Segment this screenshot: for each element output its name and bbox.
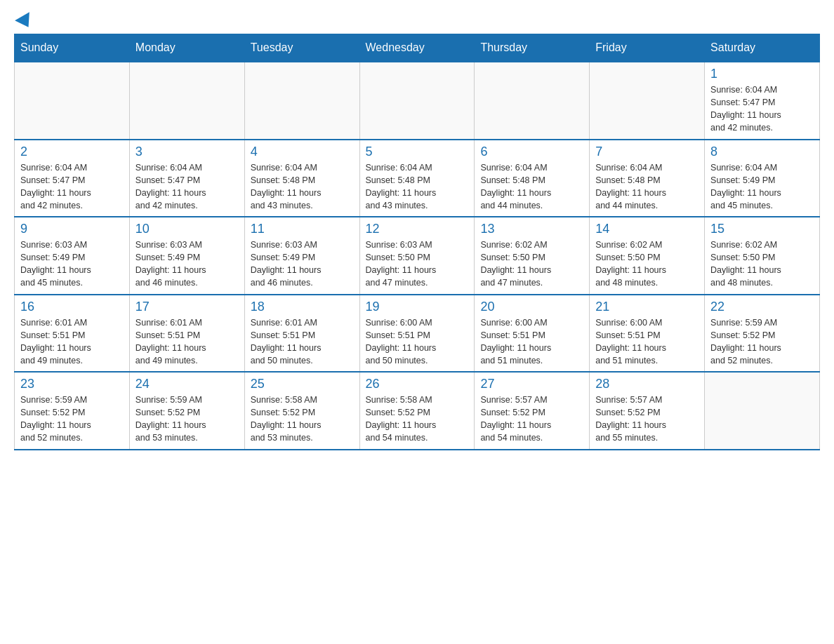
day-of-week-header: Wednesday	[359, 34, 475, 62]
calendar-day-cell: 25Sunrise: 5:58 AM Sunset: 5:52 PM Dayli…	[244, 372, 359, 450]
day-number: 26	[366, 377, 469, 391]
day-number: 20	[480, 300, 583, 314]
day-info: Sunrise: 6:04 AM Sunset: 5:48 PM Dayligh…	[366, 161, 469, 213]
calendar-day-cell	[475, 62, 590, 140]
logo	[14, 14, 34, 27]
day-info: Sunrise: 5:59 AM Sunset: 5:52 PM Dayligh…	[135, 394, 239, 445]
calendar-day-cell	[705, 372, 820, 450]
calendar-day-cell: 18Sunrise: 6:01 AM Sunset: 5:51 PM Dayli…	[244, 295, 359, 373]
calendar-day-cell: 10Sunrise: 6:03 AM Sunset: 5:49 PM Dayli…	[129, 217, 244, 295]
day-of-week-header: Monday	[129, 34, 244, 62]
calendar-day-cell	[244, 62, 359, 140]
day-number: 15	[710, 222, 814, 236]
calendar-day-cell	[359, 62, 475, 140]
calendar-week-row: 2Sunrise: 6:04 AM Sunset: 5:47 PM Daylig…	[15, 140, 820, 217]
calendar-day-cell	[590, 62, 705, 140]
calendar-day-cell: 17Sunrise: 6:01 AM Sunset: 5:51 PM Dayli…	[129, 295, 244, 373]
day-of-week-header: Tuesday	[244, 34, 359, 62]
day-number: 11	[251, 222, 354, 236]
calendar-day-cell: 27Sunrise: 5:57 AM Sunset: 5:52 PM Dayli…	[475, 372, 590, 450]
day-info: Sunrise: 6:03 AM Sunset: 5:49 PM Dayligh…	[251, 239, 354, 290]
calendar-day-cell: 20Sunrise: 6:00 AM Sunset: 5:51 PM Dayli…	[475, 295, 590, 373]
calendar-week-row: 1Sunrise: 6:04 AM Sunset: 5:47 PM Daylig…	[15, 62, 820, 140]
calendar-day-cell: 2Sunrise: 6:04 AM Sunset: 5:47 PM Daylig…	[15, 140, 130, 217]
day-number: 9	[20, 222, 124, 236]
day-info: Sunrise: 6:00 AM Sunset: 5:51 PM Dayligh…	[595, 316, 699, 368]
day-info: Sunrise: 5:59 AM Sunset: 5:52 PM Dayligh…	[710, 316, 814, 368]
day-number: 25	[251, 377, 354, 391]
calendar-day-cell: 19Sunrise: 6:00 AM Sunset: 5:51 PM Dayli…	[359, 295, 475, 373]
calendar-day-cell: 12Sunrise: 6:03 AM Sunset: 5:50 PM Dayli…	[359, 217, 475, 295]
logo-triangle-icon	[15, 12, 36, 32]
page-header	[14, 14, 820, 27]
calendar-week-row: 23Sunrise: 5:59 AM Sunset: 5:52 PM Dayli…	[15, 372, 820, 450]
day-of-week-header: Thursday	[475, 34, 590, 62]
calendar-day-cell: 15Sunrise: 6:02 AM Sunset: 5:50 PM Dayli…	[705, 217, 820, 295]
calendar-week-row: 9Sunrise: 6:03 AM Sunset: 5:49 PM Daylig…	[15, 217, 820, 295]
day-number: 19	[366, 300, 469, 314]
calendar-day-cell	[129, 62, 244, 140]
day-info: Sunrise: 6:00 AM Sunset: 5:51 PM Dayligh…	[480, 316, 583, 368]
day-info: Sunrise: 6:04 AM Sunset: 5:48 PM Dayligh…	[251, 161, 354, 213]
day-info: Sunrise: 5:58 AM Sunset: 5:52 PM Dayligh…	[366, 394, 469, 445]
day-info: Sunrise: 6:01 AM Sunset: 5:51 PM Dayligh…	[251, 316, 354, 368]
day-info: Sunrise: 6:02 AM Sunset: 5:50 PM Dayligh…	[480, 239, 583, 290]
calendar-day-cell: 4Sunrise: 6:04 AM Sunset: 5:48 PM Daylig…	[244, 140, 359, 217]
calendar-day-cell: 24Sunrise: 5:59 AM Sunset: 5:52 PM Dayli…	[129, 372, 244, 450]
calendar-week-row: 16Sunrise: 6:01 AM Sunset: 5:51 PM Dayli…	[15, 295, 820, 373]
day-info: Sunrise: 6:04 AM Sunset: 5:47 PM Dayligh…	[710, 83, 814, 135]
day-number: 2	[20, 145, 124, 159]
day-number: 10	[135, 222, 239, 236]
day-info: Sunrise: 5:58 AM Sunset: 5:52 PM Dayligh…	[251, 394, 354, 445]
calendar-day-cell: 21Sunrise: 6:00 AM Sunset: 5:51 PM Dayli…	[590, 295, 705, 373]
day-number: 1	[710, 67, 814, 81]
calendar-header-row: SundayMondayTuesdayWednesdayThursdayFrid…	[15, 34, 820, 62]
day-info: Sunrise: 5:59 AM Sunset: 5:52 PM Dayligh…	[20, 394, 124, 445]
calendar-day-cell: 13Sunrise: 6:02 AM Sunset: 5:50 PM Dayli…	[475, 217, 590, 295]
day-number: 6	[480, 145, 583, 159]
day-info: Sunrise: 6:04 AM Sunset: 5:49 PM Dayligh…	[710, 161, 814, 213]
day-number: 23	[20, 377, 124, 391]
day-info: Sunrise: 6:04 AM Sunset: 5:48 PM Dayligh…	[480, 161, 583, 213]
day-number: 5	[366, 145, 469, 159]
day-info: Sunrise: 6:02 AM Sunset: 5:50 PM Dayligh…	[710, 239, 814, 290]
day-info: Sunrise: 5:57 AM Sunset: 5:52 PM Dayligh…	[595, 394, 699, 445]
day-info: Sunrise: 6:01 AM Sunset: 5:51 PM Dayligh…	[135, 316, 239, 368]
day-info: Sunrise: 6:03 AM Sunset: 5:49 PM Dayligh…	[20, 239, 124, 290]
day-of-week-header: Saturday	[705, 34, 820, 62]
calendar-day-cell: 9Sunrise: 6:03 AM Sunset: 5:49 PM Daylig…	[15, 217, 130, 295]
day-info: Sunrise: 6:04 AM Sunset: 5:47 PM Dayligh…	[135, 161, 239, 213]
calendar-day-cell: 28Sunrise: 5:57 AM Sunset: 5:52 PM Dayli…	[590, 372, 705, 450]
calendar-day-cell: 1Sunrise: 6:04 AM Sunset: 5:47 PM Daylig…	[705, 62, 820, 140]
calendar-day-cell: 7Sunrise: 6:04 AM Sunset: 5:48 PM Daylig…	[590, 140, 705, 217]
day-number: 3	[135, 145, 239, 159]
day-number: 28	[595, 377, 699, 391]
day-info: Sunrise: 6:03 AM Sunset: 5:49 PM Dayligh…	[135, 239, 239, 290]
calendar-day-cell: 23Sunrise: 5:59 AM Sunset: 5:52 PM Dayli…	[15, 372, 130, 450]
calendar-day-cell	[15, 62, 130, 140]
day-number: 22	[710, 300, 814, 314]
day-info: Sunrise: 6:00 AM Sunset: 5:51 PM Dayligh…	[366, 316, 469, 368]
day-number: 21	[595, 300, 699, 314]
day-number: 24	[135, 377, 239, 391]
calendar-day-cell: 14Sunrise: 6:02 AM Sunset: 5:50 PM Dayli…	[590, 217, 705, 295]
calendar-day-cell: 3Sunrise: 6:04 AM Sunset: 5:47 PM Daylig…	[129, 140, 244, 217]
day-number: 7	[595, 145, 699, 159]
calendar-day-cell: 22Sunrise: 5:59 AM Sunset: 5:52 PM Dayli…	[705, 295, 820, 373]
day-number: 17	[135, 300, 239, 314]
day-number: 8	[710, 145, 814, 159]
day-number: 12	[366, 222, 469, 236]
day-number: 18	[251, 300, 354, 314]
calendar-day-cell: 8Sunrise: 6:04 AM Sunset: 5:49 PM Daylig…	[705, 140, 820, 217]
calendar-day-cell: 16Sunrise: 6:01 AM Sunset: 5:51 PM Dayli…	[15, 295, 130, 373]
day-info: Sunrise: 6:02 AM Sunset: 5:50 PM Dayligh…	[595, 239, 699, 290]
day-info: Sunrise: 6:04 AM Sunset: 5:48 PM Dayligh…	[595, 161, 699, 213]
calendar-day-cell: 11Sunrise: 6:03 AM Sunset: 5:49 PM Dayli…	[244, 217, 359, 295]
day-number: 13	[480, 222, 583, 236]
calendar-day-cell: 26Sunrise: 5:58 AM Sunset: 5:52 PM Dayli…	[359, 372, 475, 450]
calendar-day-cell: 6Sunrise: 6:04 AM Sunset: 5:48 PM Daylig…	[475, 140, 590, 217]
day-number: 27	[480, 377, 583, 391]
day-info: Sunrise: 6:04 AM Sunset: 5:47 PM Dayligh…	[20, 161, 124, 213]
day-of-week-header: Sunday	[15, 34, 130, 62]
day-of-week-header: Friday	[590, 34, 705, 62]
